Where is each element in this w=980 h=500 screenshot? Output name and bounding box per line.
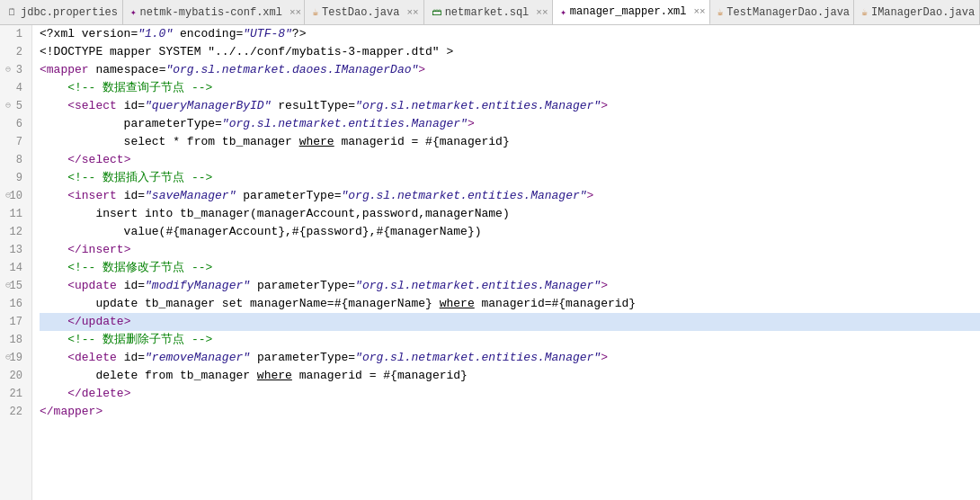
tab-label: jdbc.properties	[21, 6, 118, 19]
code-line-1: <?xml version="1.0" encoding="UTF-8"?>	[40, 25, 980, 43]
line-number-3: ⊖3	[4, 61, 28, 79]
tab-testdao[interactable]: ☕TestDao.java×	[305, 0, 423, 24]
tab-label: IManagerDao.java	[871, 6, 975, 19]
line-numbers: 12⊖34⊖56789⊖1011121314⊖15161718⊖19202122	[0, 25, 32, 500]
line-number-20: 20	[4, 367, 28, 385]
tab-label: manager_mapper.xml	[570, 5, 687, 18]
code-line-11: insert into tb_manager(managerAccount,pa…	[40, 205, 980, 223]
line-number-22: 22	[4, 403, 28, 421]
line-number-8: 8	[4, 151, 28, 169]
line-number-17: 17	[4, 313, 28, 331]
fold-icon[interactable]: ⊖	[5, 277, 11, 295]
line-number-5: ⊖5	[4, 97, 28, 115]
code-line-17: </update>	[40, 313, 980, 331]
tab-icon-java: ☕	[717, 6, 724, 18]
code-line-5: <select id="queryManagerByID" resultType…	[40, 97, 980, 115]
line-number-9: 9	[4, 169, 28, 187]
fold-icon[interactable]: ⊖	[5, 187, 11, 205]
code-line-13: </insert>	[40, 241, 980, 259]
tab-label: TestDao.java	[322, 6, 399, 19]
tab-label: netmk-mybatis-conf.xml	[140, 6, 282, 19]
code-line-16: update tb_manager set managerName=#{mana…	[40, 295, 980, 313]
line-number-21: 21	[4, 385, 28, 403]
line-number-16: 16	[4, 295, 28, 313]
editor-window: 🗒jdbc.properties✦netmk-mybatis-conf.xml×…	[0, 0, 980, 500]
tab-icon-java: ☕	[312, 6, 318, 18]
code-line-14: <!-- 数据修改子节点 -->	[40, 259, 980, 277]
line-number-6: 6	[4, 115, 28, 133]
code-line-8: </select>	[40, 151, 980, 169]
line-number-4: 4	[4, 79, 28, 97]
tab-icon-xml: ✦	[130, 6, 137, 18]
tab-imanagerdao[interactable]: ☕IManagerDao.java	[854, 0, 980, 24]
line-number-7: 7	[4, 133, 28, 151]
code-line-12: value(#{managerAccount},#{password},#{ma…	[40, 223, 980, 241]
line-number-19: ⊖19	[4, 349, 28, 367]
code-line-10: <insert id="saveManager" parameterType="…	[40, 187, 980, 205]
tab-icon-java: ☕	[861, 6, 868, 18]
code-line-15: <update id="modifyManager" parameterType…	[40, 277, 980, 295]
fold-icon[interactable]: ⊖	[5, 349, 11, 367]
line-number-14: 14	[4, 259, 28, 277]
line-number-12: 12	[4, 223, 28, 241]
tab-close-btn[interactable]: ×	[536, 7, 548, 18]
code-content: <?xml version="1.0" encoding="UTF-8"?><!…	[32, 25, 980, 500]
line-number-1: 1	[4, 25, 28, 43]
tab-manager-mapper[interactable]: ✦manager_mapper.xml×	[553, 0, 709, 25]
line-number-18: 18	[4, 331, 28, 349]
fold-icon[interactable]: ⊖	[5, 97, 11, 115]
fold-icon[interactable]: ⊖	[5, 61, 11, 79]
code-line-18: <!-- 数据删除子节点 -->	[40, 331, 980, 349]
code-line-20: delete from tb_manager where managerid =…	[40, 367, 980, 385]
code-line-7: select * from tb_manager where managerid…	[40, 133, 980, 151]
tab-close-btn[interactable]: ×	[406, 7, 418, 18]
code-container[interactable]: 12⊖34⊖56789⊖1011121314⊖15161718⊖19202122…	[0, 25, 980, 500]
code-line-21: </delete>	[40, 385, 980, 403]
tab-icon-sql: 🗃	[432, 6, 441, 18]
tab-netmarket[interactable]: 🗃netmarket.sql×	[424, 0, 554, 24]
line-number-13: 13	[4, 241, 28, 259]
code-line-2: <!DOCTYPE mapper SYSTEM "../../conf/myba…	[40, 43, 980, 61]
line-number-15: ⊖15	[4, 277, 28, 295]
code-line-4: <!-- 数据查询子节点 -->	[40, 79, 980, 97]
tab-label: TestManagerDao.java	[726, 6, 850, 19]
line-number-11: 11	[4, 205, 28, 223]
code-line-3: <mapper namespace="org.sl.netmarket.daoe…	[40, 61, 980, 79]
tab-jdbc[interactable]: 🗒jdbc.properties	[0, 0, 123, 24]
tab-bar: 🗒jdbc.properties✦netmk-mybatis-conf.xml×…	[0, 0, 980, 25]
line-number-2: 2	[4, 43, 28, 61]
code-line-9: <!-- 数据插入子节点 -->	[40, 169, 980, 187]
code-line-22: </mapper>	[40, 403, 980, 421]
code-line-19: <delete id="removeManager" parameterType…	[40, 349, 980, 367]
tab-testmanagerdao[interactable]: ☕TestManagerDao.java	[710, 0, 855, 24]
tab-close-btn[interactable]: ×	[693, 6, 705, 17]
tab-label: netmarket.sql	[445, 6, 530, 19]
tab-icon-xml: ✦	[560, 6, 566, 18]
line-number-10: ⊖10	[4, 187, 28, 205]
tab-netmk-mybatis[interactable]: ✦netmk-mybatis-conf.xml×	[123, 0, 305, 24]
code-line-6: parameterType="org.sl.netmarket.entities…	[40, 115, 980, 133]
tab-close-btn[interactable]: ×	[290, 7, 301, 18]
tab-icon-properties: 🗒	[7, 6, 17, 18]
